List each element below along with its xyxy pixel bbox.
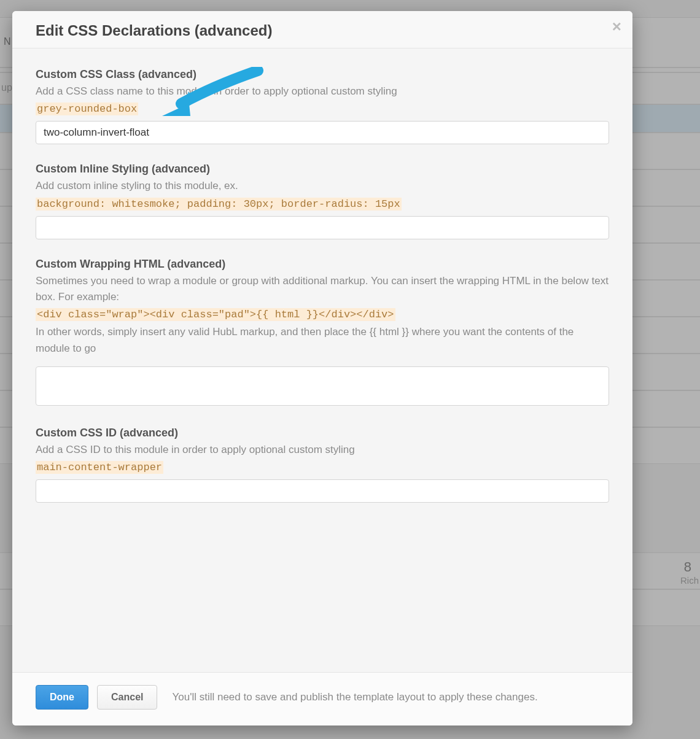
modal-body: Custom CSS Class (advanced) Add a CSS cl… <box>12 48 632 672</box>
section-custom-inline-styling: Custom Inline Styling (advanced) Add cus… <box>36 163 609 239</box>
modal-title: Edit CSS Declarations (advanced) <box>36 22 609 39</box>
code-example: grey-rounded-box <box>36 103 138 115</box>
section-title: Custom Wrapping HTML (advanced) <box>36 258 609 271</box>
code-example: main-content-wrapper <box>36 461 163 474</box>
close-icon[interactable]: × <box>612 18 621 34</box>
section-title: Custom CSS ID (advanced) <box>36 427 609 439</box>
section-description-2: In other words, simply insert any valid … <box>36 324 609 357</box>
custom-wrapping-html-input[interactable] <box>36 366 609 406</box>
cancel-button[interactable]: Cancel <box>97 685 157 710</box>
section-description: Sometimes you need to wrap a module or g… <box>36 273 609 306</box>
custom-css-class-input[interactable] <box>36 121 609 144</box>
code-example: <div class="wrap"><div class="pad">{{ ht… <box>36 308 395 321</box>
section-title: Custom Inline Styling (advanced) <box>36 163 609 176</box>
section-description: Add custom inline styling to this module… <box>36 178 609 194</box>
section-description: Add a CSS ID to this module in order to … <box>36 442 609 458</box>
modal-header: Edit CSS Declarations (advanced) × <box>12 11 632 48</box>
code-example: background: whitesmoke; padding: 30px; b… <box>36 198 402 211</box>
section-custom-css-class: Custom CSS Class (advanced) Add a CSS cl… <box>36 68 609 144</box>
modal-footer: Done Cancel You'll still need to save an… <box>12 672 632 725</box>
custom-inline-styling-input[interactable] <box>36 216 609 239</box>
edit-css-declarations-modal: Edit CSS Declarations (advanced) × Custo… <box>12 11 632 725</box>
footer-note: You'll still need to save and publish th… <box>172 691 537 703</box>
section-custom-css-id: Custom CSS ID (advanced) Add a CSS ID to… <box>36 427 609 503</box>
section-description: Add a CSS class name to this module in o… <box>36 83 609 99</box>
custom-css-id-input[interactable] <box>36 479 609 503</box>
done-button[interactable]: Done <box>36 685 88 710</box>
section-custom-wrapping-html: Custom Wrapping HTML (advanced) Sometime… <box>36 258 609 408</box>
section-title: Custom CSS Class (advanced) <box>36 68 609 81</box>
